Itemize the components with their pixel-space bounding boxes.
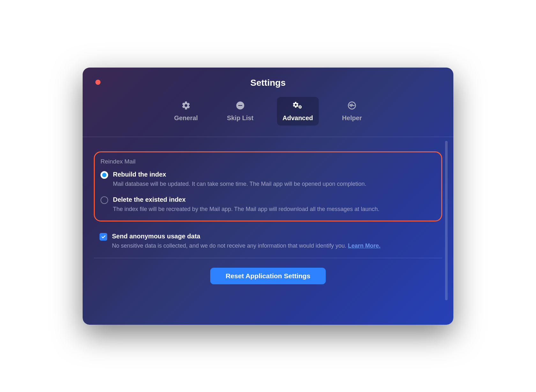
learn-more-link[interactable]: Learn More. — [348, 243, 380, 249]
option-delete[interactable]: Delete the existed index The index file … — [100, 196, 435, 214]
tab-helper[interactable]: Helper — [336, 97, 368, 126]
reindex-highlight: Reindex Mail Rebuild the index Mail data… — [94, 151, 442, 221]
gear-icon — [181, 101, 191, 112]
option-desc: No sensitive data is collected, and we d… — [112, 242, 442, 250]
option-desc: Mail database will be updated. It can ta… — [113, 180, 435, 188]
settings-window: Settings General Skip List — [83, 68, 453, 325]
scrollbar[interactable] — [445, 141, 448, 300]
close-button[interactable] — [95, 80, 100, 85]
option-desc: The index file will be recreated by the … — [113, 205, 435, 214]
option-title: Rebuild the index — [113, 171, 435, 178]
check-icon — [101, 234, 106, 239]
section-title-reindex: Reindex Mail — [100, 158, 435, 165]
option-text: Delete the existed index The index file … — [113, 196, 435, 214]
tab-bar: General Skip List Advanced — [83, 97, 453, 137]
option-rebuild[interactable]: Rebuild the index Mail database will be … — [100, 171, 435, 188]
tab-general[interactable]: General — [168, 97, 204, 126]
tab-label: General — [174, 114, 198, 122]
option-text: Rebuild the index Mail database will be … — [113, 171, 435, 188]
tab-skip-list[interactable]: Skip List — [221, 97, 259, 126]
option-title: Send anonymous usage data — [112, 233, 442, 240]
tab-label: Advanced — [283, 114, 313, 122]
radio-delete[interactable] — [100, 196, 108, 204]
divider — [94, 258, 442, 258]
radio-rebuild[interactable] — [100, 171, 108, 179]
window-title: Settings — [83, 68, 453, 88]
option-title: Delete the existed index — [113, 196, 435, 203]
tab-label: Skip List — [227, 114, 253, 122]
tab-advanced[interactable]: Advanced — [277, 97, 319, 126]
gears-icon — [292, 101, 303, 112]
tab-label: Helper — [342, 114, 362, 122]
minus-circle-icon — [235, 101, 245, 112]
checkbox-usage[interactable] — [100, 233, 107, 241]
option-text: Send anonymous usage data No sensitive d… — [112, 233, 442, 250]
reset-button[interactable]: Reset Application Settings — [210, 268, 325, 284]
content-area: Reindex Mail Rebuild the index Mail data… — [83, 137, 453, 314]
usage-desc-text: No sensitive data is collected, and we d… — [112, 243, 348, 249]
activity-circle-icon — [347, 101, 357, 112]
option-usage-data[interactable]: Send anonymous usage data No sensitive d… — [94, 233, 442, 250]
